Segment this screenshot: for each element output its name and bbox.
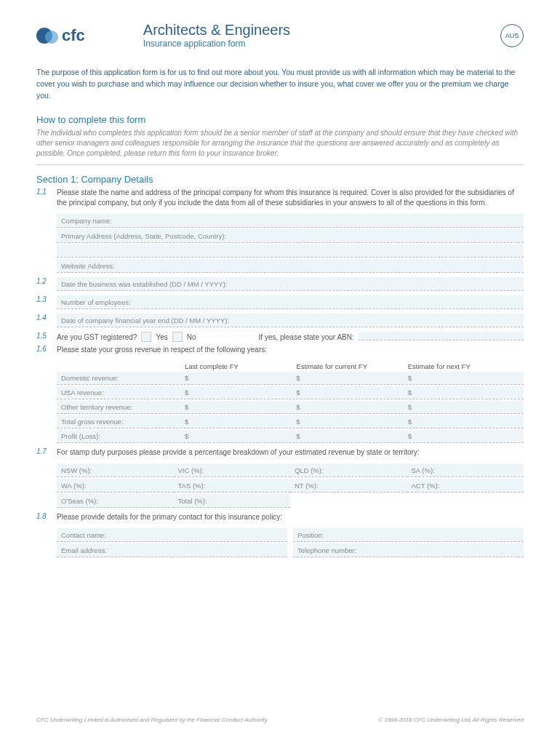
- field-label: Email address:: [61, 546, 107, 554]
- revenue-input[interactable]: $: [296, 389, 407, 397]
- gst-no-checkbox[interactable]: [172, 332, 183, 342]
- no-label: No: [187, 333, 196, 341]
- state-label: O'Seas (%):: [61, 497, 98, 505]
- row-label: Profit (Loss):: [61, 432, 185, 440]
- state-label: WA (%):: [61, 482, 86, 490]
- revenue-input[interactable]: $: [408, 389, 519, 397]
- revenue-input[interactable]: $: [408, 374, 519, 382]
- q-text: Are you GST registered?: [57, 333, 137, 341]
- phone-input[interactable]: [356, 546, 519, 554]
- q-number: 1.2: [36, 277, 57, 292]
- state-input[interactable]: [204, 466, 286, 474]
- row-label: Total gross revenue:: [61, 418, 185, 426]
- email-input[interactable]: [107, 546, 283, 554]
- field-label: Company name:: [61, 217, 112, 225]
- revenue-input[interactable]: $: [296, 418, 407, 426]
- state-label: Total (%):: [178, 497, 207, 505]
- revenue-input[interactable]: $: [296, 374, 407, 382]
- q-number: 1.6: [36, 345, 57, 445]
- revenue-input[interactable]: $: [296, 403, 407, 411]
- established-date-input[interactable]: [227, 279, 519, 288]
- revenue-input[interactable]: $: [185, 389, 296, 397]
- field-label: Website Address:: [61, 262, 115, 270]
- position-input[interactable]: [324, 530, 519, 539]
- fy-end-input[interactable]: [229, 316, 519, 324]
- state-label: NT (%):: [295, 482, 319, 490]
- address-input[interactable]: [226, 231, 519, 240]
- page-subtitle: Insurance application form: [143, 39, 500, 49]
- logo-icon: [36, 25, 58, 47]
- logo-text: cfc: [62, 26, 85, 45]
- contact-name-input[interactable]: [106, 530, 283, 539]
- q-text: Date of company financial year end (DD /…: [61, 316, 229, 324]
- q-text: Please state your gross revenue in respe…: [57, 345, 524, 355]
- q-number: 1.4: [36, 314, 57, 329]
- state-label: VIC (%):: [178, 466, 204, 474]
- q-text: Please provide details for the primary c…: [57, 512, 524, 522]
- company-name-input[interactable]: [112, 216, 519, 225]
- row-label: USA revenue:: [61, 389, 185, 397]
- revenue-input[interactable]: $: [408, 418, 519, 426]
- state-label: SA (%):: [412, 466, 435, 474]
- q-number: 1.5: [36, 332, 57, 342]
- revenue-input[interactable]: $: [408, 432, 519, 440]
- state-input[interactable]: [435, 466, 519, 474]
- gst-yes-checkbox[interactable]: [141, 332, 151, 342]
- state-label: ACT (%):: [412, 482, 440, 490]
- howto-heading: How to complete this form: [36, 114, 524, 125]
- state-input[interactable]: [439, 481, 519, 490]
- q-text: For stamp duty purposes please provide a…: [57, 447, 524, 458]
- q-number: 1.3: [36, 295, 57, 311]
- region-badge: AUS: [500, 24, 524, 47]
- state-input[interactable]: [324, 466, 403, 474]
- q-number: 1.1: [36, 188, 57, 274]
- employees-input[interactable]: [131, 298, 519, 306]
- q-number: 1.8: [36, 512, 57, 559]
- state-input[interactable]: [207, 496, 286, 505]
- field-label: Position:: [297, 531, 324, 539]
- col-header: Estimate for current FY: [296, 362, 407, 370]
- divider: [36, 164, 524, 165]
- state-label: NSW (%):: [61, 466, 92, 474]
- footer-left: CFC Underwriting Limited is Authorised a…: [36, 717, 268, 723]
- revenue-input[interactable]: $: [296, 432, 407, 440]
- intro-text: The purpose of this application form is …: [36, 67, 524, 101]
- field-label: Telephone number:: [297, 546, 356, 554]
- yes-label: Yes: [156, 333, 167, 341]
- page-title: Architects & Engineers: [143, 22, 500, 39]
- field-label: Contact name:: [61, 531, 106, 539]
- logo: cfc: [36, 25, 85, 47]
- abn-input[interactable]: [359, 332, 524, 340]
- revenue-input[interactable]: $: [185, 432, 296, 440]
- row-label: Domestic revenue:: [61, 374, 185, 382]
- state-label: QLD (%):: [295, 466, 324, 474]
- revenue-input[interactable]: $: [185, 418, 296, 426]
- footer-right: © 1999-2018 CFC Underwriting Ltd, All Ri…: [378, 717, 524, 723]
- q-number: 1.7: [36, 447, 57, 509]
- footer: CFC Underwriting Limited is Authorised a…: [36, 717, 524, 723]
- state-input[interactable]: [205, 481, 286, 490]
- q-text: Number of employees:: [61, 298, 131, 306]
- state-input[interactable]: [86, 481, 169, 490]
- field-label: Primary Address (Address, State, Postcod…: [61, 232, 226, 240]
- state-input[interactable]: [92, 466, 169, 474]
- revenue-input[interactable]: $: [185, 403, 296, 411]
- row-label: Other territory revenue:: [61, 403, 185, 411]
- abn-label: If yes, please state your ABN:: [259, 333, 354, 341]
- q-text: Date the business was established (DD / …: [61, 280, 227, 288]
- revenue-input[interactable]: $: [408, 403, 519, 411]
- state-input[interactable]: [98, 496, 169, 505]
- howto-text: The individual who completes this applic…: [36, 128, 524, 159]
- website-input[interactable]: [115, 261, 519, 270]
- revenue-input[interactable]: $: [185, 374, 296, 382]
- address-input-2[interactable]: [57, 244, 524, 258]
- state-label: TAS (%):: [178, 482, 206, 490]
- state-input[interactable]: [319, 481, 403, 490]
- section1-heading: Section 1: Company Details: [36, 174, 524, 185]
- col-header: Last complete FY: [185, 362, 296, 370]
- col-header: Estimate for next FY: [408, 362, 519, 370]
- page-header: cfc Architects & Engineers Insurance app…: [36, 22, 524, 49]
- q-text: Please state the name and address of the…: [57, 188, 524, 208]
